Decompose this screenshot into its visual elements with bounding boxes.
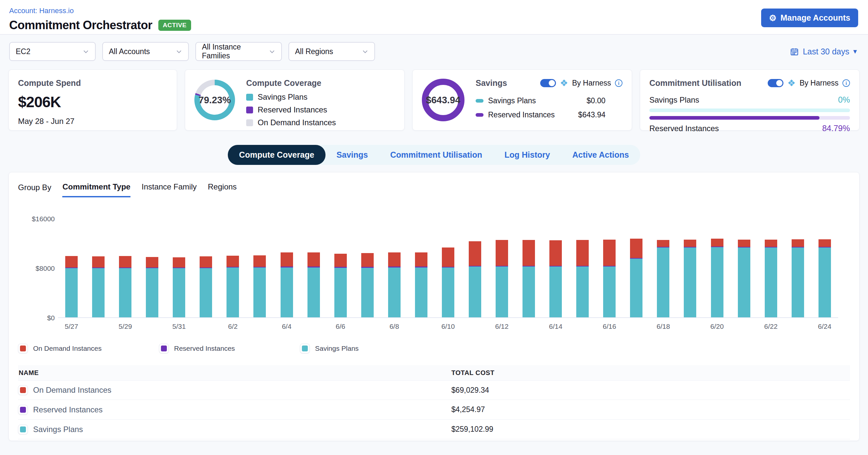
gear-icon: ⚙ (769, 14, 777, 22)
tab-commitment-utilisation[interactable]: Commitment Utilisation (379, 145, 493, 165)
stacked-bar-5/31 (173, 257, 185, 317)
section-tabs: Compute CoverageSavingsCommitment Utilis… (228, 145, 640, 165)
by-harness-toggle[interactable] (540, 79, 556, 87)
info-icon[interactable]: i (842, 79, 850, 87)
legend-color-swatch (159, 343, 169, 353)
date-range-picker[interactable]: Last 30 days ▾ (790, 47, 857, 56)
bar-segment (92, 256, 104, 268)
stacked-bar-6/18 (657, 240, 669, 317)
coverage-legend-label: Reserved Instances (258, 105, 327, 114)
manage-accounts-button[interactable]: ⚙ Manage Accounts (761, 8, 858, 27)
group-by-commitment-type[interactable]: Commitment Type (62, 182, 130, 198)
bar-segment (630, 239, 643, 258)
tab-log-history[interactable]: Log History (493, 145, 561, 165)
coverage-legend-item: Savings Plans (246, 92, 336, 102)
stacked-bar-6/6 (334, 254, 347, 317)
bar-segment (523, 267, 535, 317)
x-tick-label (576, 323, 589, 330)
chart-legend-label: Savings Plans (315, 344, 359, 353)
table-cell-total-cost: $4,254.97 (452, 405, 485, 414)
savings-donut-chart: $643.94 (422, 79, 464, 121)
x-tick-label: 6/2 (226, 323, 239, 330)
legend-color-swatch (18, 405, 28, 415)
info-icon[interactable]: i (615, 79, 622, 87)
bar-segment (496, 267, 508, 317)
table-cell-total-cost: $259,102.99 (452, 425, 493, 434)
bar-segment (388, 268, 401, 317)
savings-card: $643.94 Savings ❖ By Harness i Savings P… (412, 69, 632, 130)
stacked-bar-5/29 (119, 256, 131, 317)
stacked-bar-6/7 (361, 253, 374, 317)
x-tick-label (307, 323, 320, 330)
utilisation-percent: 0% (838, 95, 850, 104)
x-tick-label (92, 323, 104, 330)
coverage-legend: Savings PlansReserved InstancesOn Demand… (246, 92, 336, 127)
bar-segment (146, 257, 158, 268)
group-by-regions[interactable]: Regions (208, 182, 237, 198)
table-cell-total-cost: $69,029.34 (452, 386, 489, 395)
instance-families-dropdown[interactable]: All Instance Families (195, 42, 282, 61)
bar-segment (65, 256, 78, 268)
bar-segment (711, 239, 723, 246)
x-tick-label: 6/6 (334, 323, 347, 330)
breadcrumb-account-link[interactable]: Account: Harness.io (9, 6, 859, 15)
caret-down-icon: ▾ (853, 47, 857, 56)
bar-segment (818, 239, 831, 247)
compute-coverage-title: Compute Coverage (246, 78, 336, 88)
x-tick-label (146, 323, 158, 330)
bar-segment (603, 267, 616, 317)
bar-segment (199, 268, 212, 317)
group-by-instance-family[interactable]: Instance Family (142, 182, 197, 198)
manage-accounts-label: Manage Accounts (780, 13, 850, 23)
bar-segment (738, 240, 750, 247)
table-row: On Demand Instances$69,029.34 (18, 380, 850, 400)
bar-segment (253, 255, 266, 267)
utilisation-progress-bar (649, 109, 850, 112)
service-dropdown[interactable]: EC2 (9, 42, 96, 61)
legend-color-swatch (246, 94, 253, 101)
savings-row: Savings Plans$0.00 (476, 96, 606, 105)
page-title: Commitment Orchestrator (9, 18, 152, 32)
coverage-legend-item: On Demand Instances (246, 118, 336, 127)
service-dropdown-value: EC2 (16, 47, 30, 56)
accounts-dropdown-value: All Accounts (109, 47, 150, 56)
savings-row-value: $0.00 (586, 96, 606, 105)
stacked-bar-5/27 (65, 256, 78, 317)
x-tick-label: 6/20 (711, 323, 723, 330)
bar-segment (442, 247, 454, 267)
column-header-total-cost: TOTAL COST (452, 369, 495, 377)
table-body: On Demand Instances$69,029.34Reserved In… (18, 380, 850, 439)
stacked-bar-6/22 (765, 240, 777, 317)
bar-segment (361, 268, 374, 317)
accounts-dropdown[interactable]: All Accounts (102, 42, 189, 61)
compute-spend-card: Compute Spend $206K May 28 - Jun 27 (8, 69, 177, 130)
table-cell-name: On Demand Instances (18, 385, 452, 395)
x-tick-label (738, 323, 750, 330)
tab-savings[interactable]: Savings (326, 145, 379, 165)
savings-row-label: Reserved Instances (488, 111, 555, 119)
chart-plot-area (58, 216, 838, 318)
x-tick-label: 5/27 (65, 323, 78, 330)
stacked-bar-6/2 (226, 256, 239, 317)
swatch-color (20, 426, 26, 432)
legend-color-swatch (476, 99, 484, 102)
bar-segment (334, 268, 347, 317)
x-tick-label: 6/22 (765, 323, 777, 330)
bar-segment (738, 247, 750, 317)
stacked-bar-6/19 (684, 240, 696, 317)
swatch-color (20, 345, 26, 352)
tab-compute-coverage[interactable]: Compute Coverage (228, 145, 325, 165)
stacked-bar-6/13 (523, 240, 535, 317)
tab-active-actions[interactable]: Active Actions (561, 145, 640, 165)
bar-segment (684, 240, 696, 247)
stacked-bar-6/16 (603, 240, 616, 317)
regions-dropdown[interactable]: All Regions (288, 42, 375, 61)
compute-spend-title: Compute Spend (18, 78, 167, 88)
stacked-bar-6/23 (792, 239, 804, 317)
bar-segment (146, 268, 158, 317)
y-tick-label: $8000 (36, 265, 55, 272)
by-harness-toggle[interactable] (768, 79, 783, 87)
commitment-utilisation-card: Commitment Utilisation ❖ By Harness i Sa… (640, 69, 860, 130)
legend-color-swatch (18, 343, 28, 353)
stacked-bar-6/21 (738, 240, 750, 317)
